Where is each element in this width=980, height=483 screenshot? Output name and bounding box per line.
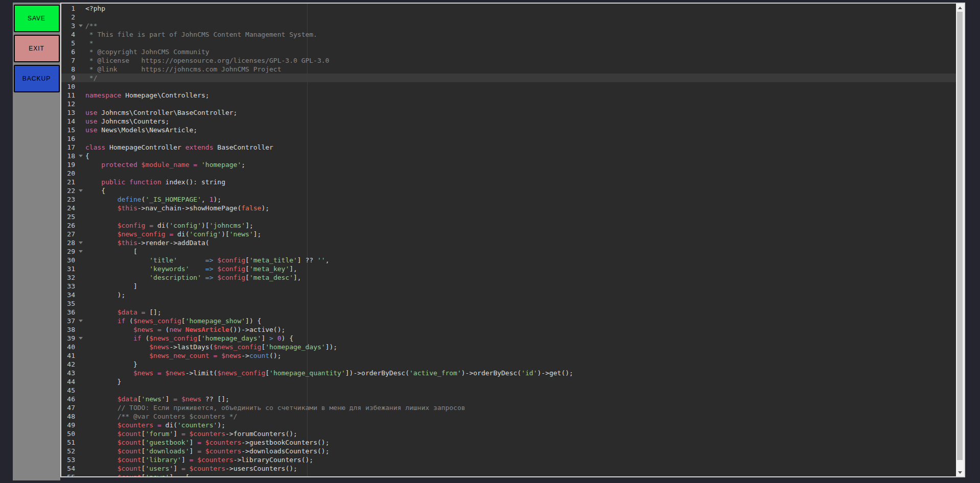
- scrollbar-thumb[interactable]: [957, 12, 963, 460]
- gutter-line-number: 25: [61, 212, 85, 221]
- gutter-line-number: 49: [61, 421, 85, 429]
- code-line[interactable]: $news->lastDays($news_config['homepage_d…: [85, 343, 956, 351]
- code-line[interactable]: public function index(): string: [85, 178, 956, 186]
- code-line[interactable]: <?php: [85, 4, 956, 13]
- code-line[interactable]: [85, 169, 956, 178]
- vertical-scrollbar[interactable]: [956, 4, 964, 476]
- code-line[interactable]: 'title' => $config['meta_title'] ?? '',: [85, 256, 956, 264]
- gutter-line-number: 52: [61, 447, 85, 455]
- code-line[interactable]: 'keywords' => $config['meta_key'],: [85, 264, 956, 273]
- backup-button[interactable]: BACKUP: [14, 65, 60, 92]
- fold-icon[interactable]: [79, 25, 83, 27]
- code-line[interactable]: );: [85, 291, 956, 299]
- code-line[interactable]: * @license https://opensource.org/licens…: [85, 56, 956, 65]
- code-line[interactable]: [85, 386, 956, 395]
- gutter-line-number: 4: [61, 30, 85, 39]
- code-line[interactable]: protected $module_name = 'homepage';: [85, 160, 956, 169]
- code-line[interactable]: [85, 100, 956, 108]
- fold-icon[interactable]: [79, 155, 83, 157]
- code-line[interactable]: $count['forum'] = $counters->forumCounte…: [85, 429, 956, 438]
- page-background: SAVE EXIT BACKUP 12345678910111213141516…: [0, 0, 980, 483]
- code-line[interactable]: $count['users'] = $counters->usersCounte…: [85, 464, 956, 473]
- gutter-line-number: 9: [61, 74, 85, 82]
- code-line[interactable]: 'description' => $config['meta_desc'],: [85, 273, 956, 282]
- code-editor[interactable]: 1234567891011121314151617181920212223242…: [60, 3, 965, 477]
- code-line[interactable]: [85, 134, 956, 143]
- code-line[interactable]: if ($news_config['homepage_days'] > 0) {: [85, 334, 956, 343]
- gutter-line-number: 29: [61, 247, 85, 256]
- gutter-line-number: 11: [61, 91, 85, 100]
- gutter-line-number: 22: [61, 186, 85, 195]
- fold-icon[interactable]: [79, 320, 83, 322]
- code-line[interactable]: }: [85, 377, 956, 386]
- code-line[interactable]: $data = [];: [85, 308, 956, 317]
- gutter-line-number: 8: [61, 65, 85, 74]
- gutter-line-number: 14: [61, 117, 85, 126]
- code-line[interactable]: namespace Homepage\Controllers;: [85, 91, 956, 100]
- gutter-line-number: 5: [61, 39, 85, 47]
- code-line[interactable]: $this->render->addData(: [85, 238, 956, 247]
- code-line[interactable]: $news = $news->limit($news_config['homep…: [85, 369, 956, 377]
- code-line[interactable]: $news = (new NewsArticle())->active();: [85, 325, 956, 334]
- code-line[interactable]: $news_new_count = $news->count();: [85, 351, 956, 360]
- code-line[interactable]: /** @var Counters $counters */: [85, 412, 956, 421]
- gutter-line-number: 32: [61, 273, 85, 282]
- gutter-line-number: 12: [61, 100, 85, 108]
- gutter-line-number: 10: [61, 82, 85, 91]
- fold-icon[interactable]: [79, 189, 83, 192]
- gutter-line-number: 2: [61, 13, 85, 21]
- code-line[interactable]: $count['guestbook'] = $counters->guestbo…: [85, 438, 956, 447]
- code-line[interactable]: {: [85, 186, 956, 195]
- code-line[interactable]: use News\Models\NewsArticle;: [85, 126, 956, 134]
- code-line[interactable]: }: [85, 360, 956, 369]
- exit-button[interactable]: EXIT: [14, 35, 60, 62]
- gutter-line-number: 42: [61, 360, 85, 369]
- fold-icon[interactable]: [79, 250, 83, 253]
- code-line[interactable]: */: [85, 74, 956, 82]
- code-line[interactable]: $news_config = di('config')['news'];: [85, 230, 956, 238]
- gutter-line-number: 44: [61, 377, 85, 386]
- code-line[interactable]: [85, 212, 956, 221]
- gutter-line-number: 41: [61, 351, 85, 360]
- code-line[interactable]: $config = di('config')['johncms'];: [85, 221, 956, 230]
- code-line[interactable]: $data['news'] = $news ?? [];: [85, 395, 956, 403]
- code-line[interactable]: // TODO: Если приживется, объединить со …: [85, 403, 956, 412]
- code-line[interactable]: [85, 13, 956, 21]
- gutter-line-number: 17: [61, 143, 85, 152]
- code-line[interactable]: {: [85, 152, 956, 160]
- code-line[interactable]: $count['downloads'] = $counters->downloa…: [85, 447, 956, 455]
- code-line[interactable]: if ($news_config['homepage_show']) {: [85, 317, 956, 325]
- gutter-line-number: 3: [61, 21, 85, 30]
- code-line[interactable]: * @link https://johncms.com JohnCMS Proj…: [85, 65, 956, 74]
- code-line[interactable]: $this->nav_chain->showHomePage(false);: [85, 204, 956, 212]
- code-line[interactable]: $count['news'] = [: [85, 473, 956, 477]
- gutter-line-number: 23: [61, 195, 85, 204]
- gutter-line-number: 21: [61, 178, 85, 186]
- code-line[interactable]: $count['library'] = $counters->libraryCo…: [85, 455, 956, 464]
- code-line[interactable]: [85, 82, 956, 91]
- code-line[interactable]: use Johncms\Counters;: [85, 117, 956, 126]
- fold-icon[interactable]: [79, 242, 83, 244]
- gutter-line-number: 26: [61, 221, 85, 230]
- code-line[interactable]: [85, 299, 956, 308]
- code-line[interactable]: use Johncms\Controller\BaseController;: [85, 108, 956, 117]
- code-line[interactable]: *: [85, 39, 956, 47]
- code-line[interactable]: class HomepageController extends BaseCon…: [85, 143, 956, 152]
- scrollbar-up-button[interactable]: [956, 4, 964, 12]
- fold-icon[interactable]: [79, 337, 83, 340]
- code-line[interactable]: * This file is part of JohnCMS Content M…: [85, 30, 956, 39]
- gutter-line-number: 15: [61, 126, 85, 134]
- code-content[interactable]: <?php/** * This file is part of JohnCMS …: [85, 4, 956, 477]
- save-button[interactable]: SAVE: [14, 5, 60, 32]
- code-line[interactable]: [: [85, 247, 956, 256]
- scrollbar-down-button[interactable]: [956, 468, 964, 476]
- code-line[interactable]: define('_IS_HOMEPAGE', 1);: [85, 195, 956, 204]
- code-line[interactable]: /**: [85, 21, 956, 30]
- code-line[interactable]: ]: [85, 282, 956, 291]
- code-line[interactable]: $counters = di('counters');: [85, 421, 956, 429]
- gutter-line-number: 39: [61, 334, 85, 343]
- code-line[interactable]: * @copyright JohnCMS Community: [85, 47, 956, 56]
- gutter-line-number: 53: [61, 455, 85, 464]
- gutter-line-number: 19: [61, 160, 85, 169]
- gutter-line-number: 13: [61, 108, 85, 117]
